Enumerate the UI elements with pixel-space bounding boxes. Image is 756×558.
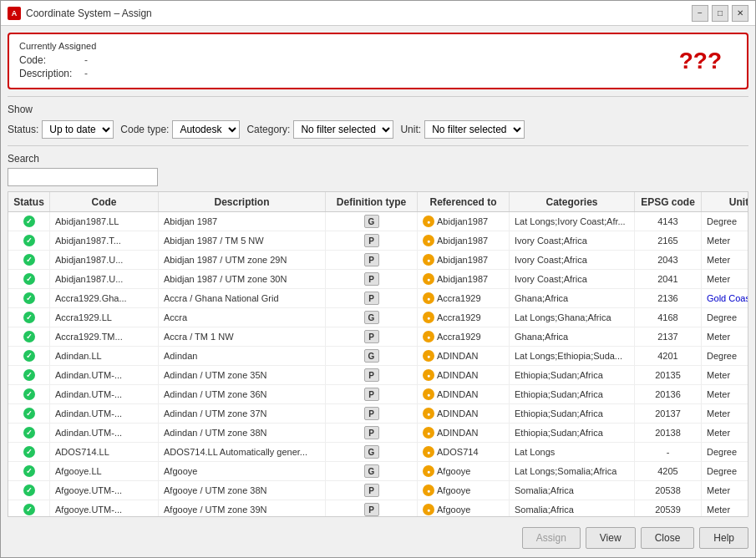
window-controls: − □ ✕ <box>692 5 748 22</box>
table-row[interactable]: Accra1929.LLAccraG●Accra1929Lat Longs;Gh… <box>8 308 748 327</box>
status-select[interactable]: Up to date Obsolete All <box>42 120 114 139</box>
minimize-button[interactable]: − <box>692 5 708 22</box>
code-type-select[interactable]: Autodesk EPSG All <box>172 120 240 139</box>
epsg-cell: 2136 <box>635 289 702 307</box>
code-cell: ADOS714.LL <box>50 443 159 461</box>
ref-icon: ● <box>423 273 434 285</box>
referenced-to-cell: ●Accra1929 <box>418 327 510 346</box>
close-button[interactable]: Close <box>641 527 695 549</box>
table-row[interactable]: Adindan.UTM-...Adindan / UTM zone 35NP●A… <box>8 366 748 385</box>
categories-cell: Ghana;Africa <box>510 289 635 307</box>
table-row[interactable]: Adindan.LLAdindanG●ADINDANLat Longs;Ethi… <box>8 347 748 366</box>
close-window-button[interactable]: ✕ <box>732 5 748 22</box>
epsg-cell: 20135 <box>635 366 702 384</box>
ref-icon: ● <box>423 504 434 515</box>
description-label: Description: <box>19 68 78 79</box>
definition-type-cell: G <box>326 443 418 461</box>
table-row[interactable]: Adindan.UTM-...Adindan / UTM zone 36NP●A… <box>8 385 748 404</box>
code-cell: Abidjan1987.U... <box>50 270 159 288</box>
epsg-cell: 20538 <box>635 481 702 500</box>
categories-cell: Lat Longs;Ivory Coast;Afr... <box>510 212 635 231</box>
definition-type-cell: P <box>326 270 418 288</box>
description-cell: Accra / TM 1 NW <box>159 327 326 346</box>
code-cell: Adindan.UTM-... <box>50 366 159 384</box>
category-select[interactable]: No filter selected <box>293 120 393 139</box>
type-badge: P <box>364 253 379 266</box>
table-row[interactable]: Abidjan1987.U...Abidjan 1987 / UTM zone … <box>8 270 748 289</box>
referenced-to-cell: ●Accra1929 <box>418 289 510 307</box>
code-cell: Adindan.UTM-... <box>50 424 159 442</box>
window-title: Coordinate System – Assign <box>26 8 692 19</box>
table-row[interactable]: ADOS714.LLADOS714.LL Automatically gener… <box>8 443 748 462</box>
search-input[interactable] <box>8 168 158 186</box>
table-body[interactable]: Abidjan1987.LLAbidjan 1987G●Abidjan1987L… <box>8 212 748 516</box>
table-row[interactable]: Afgooye.UTM-...Afgooye / UTM zone 38NP●A… <box>8 481 748 500</box>
maximize-button[interactable]: □ <box>712 5 728 22</box>
definition-type-cell: P <box>326 231 418 250</box>
code-type-filter-group: Code type: Autodesk EPSG All <box>120 120 240 139</box>
code-value: - <box>84 54 88 66</box>
unit-cell: Meter <box>702 424 748 442</box>
referenced-to-cell: ●ADOS714 <box>418 443 510 461</box>
type-badge: P <box>364 503 379 516</box>
description-cell: ADOS714.LL Automatically gener... <box>159 443 326 461</box>
table-row[interactable]: Adindan.UTM-...Adindan / UTM zone 37NP●A… <box>8 404 748 424</box>
view-button[interactable]: View <box>586 527 636 549</box>
status-cell <box>8 231 50 250</box>
ref-icon: ● <box>423 331 434 342</box>
definition-type-cell: P <box>326 424 418 442</box>
code-cell: Abidjan1987.LL <box>50 212 159 231</box>
status-cell <box>8 481 50 500</box>
currently-assigned-box: Currently Assigned Code: - Description: … <box>8 33 748 89</box>
table-row[interactable]: Adindan.UTM-...Adindan / UTM zone 38NP●A… <box>8 424 748 443</box>
table-row[interactable]: Afgooye.LLAfgooyeG●AfgooyeLat Longs;Soma… <box>8 462 748 481</box>
epsg-cell: 20539 <box>635 500 702 516</box>
categories-cell: Lat Longs;Ethiopia;Suda... <box>510 347 635 365</box>
table-row[interactable]: Accra1929.Gha...Accra / Ghana National G… <box>8 289 748 308</box>
table-row[interactable]: Abidjan1987.U...Abidjan 1987 / UTM zone … <box>8 251 748 270</box>
referenced-to-cell: ●Abidjan1987 <box>418 251 510 269</box>
unit-label: Unit: <box>400 124 421 135</box>
code-type-label: Code type: <box>120 124 169 135</box>
unit-cell: Meter <box>702 404 748 423</box>
ref-icon: ● <box>423 369 434 381</box>
status-cell <box>8 289 50 307</box>
categories-cell: Lat Longs <box>510 443 635 461</box>
type-badge: G <box>364 464 379 478</box>
unit-select[interactable]: No filter selected <box>424 120 525 139</box>
type-badge: G <box>364 349 379 363</box>
status-cell <box>8 424 50 442</box>
description-cell: Afgooye / UTM zone 39N <box>159 500 326 516</box>
table-row[interactable]: Accra1929.TM...Accra / TM 1 NWP●Accra192… <box>8 327 748 347</box>
referenced-to-cell: ●Afgooye <box>418 462 510 480</box>
table-row[interactable]: Abidjan1987.T...Abidjan 1987 / TM 5 NWP●… <box>8 231 748 251</box>
table-row[interactable]: Afgooye.UTM-...Afgooye / UTM zone 39NP●A… <box>8 500 748 516</box>
status-ok-icon <box>23 408 35 419</box>
status-ok-icon <box>23 216 35 227</box>
description-cell: Abidjan 1987 / UTM zone 30N <box>159 270 326 288</box>
categories-cell: Ethiopia;Sudan;Africa <box>510 424 635 442</box>
table-header: Status Code Description Definition type … <box>8 192 748 212</box>
definition-type-cell: P <box>326 500 418 516</box>
app-icon: A <box>8 7 21 20</box>
epsg-cell: 20138 <box>635 424 702 442</box>
description-cell: Adindan / UTM zone 35N <box>159 366 326 384</box>
category-filter-group: Category: No filter selected <box>246 120 393 139</box>
status-cell <box>8 500 50 516</box>
status-ok-icon <box>23 312 35 323</box>
table-row[interactable]: Abidjan1987.LLAbidjan 1987G●Abidjan1987L… <box>8 212 748 231</box>
assign-button[interactable]: Assign <box>522 527 581 549</box>
unit-cell: Meter <box>702 481 748 500</box>
definition-type-cell: G <box>326 462 418 480</box>
status-ok-icon <box>23 350 35 362</box>
description-cell: Adindan / UTM zone 36N <box>159 385 326 403</box>
type-badge: G <box>364 445 379 459</box>
unit-cell: Degree <box>702 462 748 480</box>
type-badge: P <box>364 426 379 439</box>
unit-cell: Gold Coast Foot <box>702 289 748 307</box>
separator-1 <box>8 96 748 97</box>
help-button[interactable]: Help <box>699 527 748 549</box>
referenced-to-cell: ●ADINDAN <box>418 366 510 384</box>
status-ok-icon <box>23 235 35 246</box>
code-cell: Adindan.UTM-... <box>50 385 159 403</box>
